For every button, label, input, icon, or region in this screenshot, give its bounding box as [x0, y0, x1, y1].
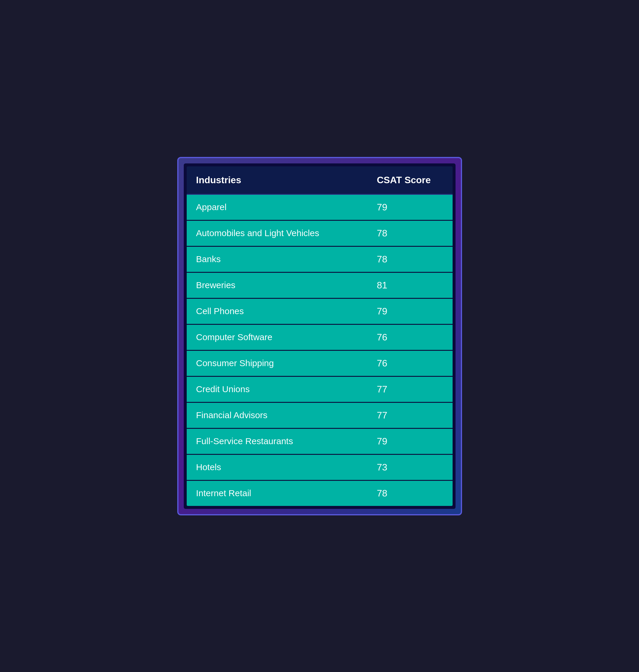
industry-cell: Automobiles and Light Vehicles [187, 220, 368, 246]
table-row: Automobiles and Light Vehicles78 [187, 220, 453, 246]
csat-cell: 79 [368, 428, 453, 454]
csat-cell: 78 [368, 480, 453, 506]
industry-cell: Computer Software [187, 324, 368, 350]
industry-cell: Apparel [187, 194, 368, 220]
csat-cell: 79 [368, 194, 453, 220]
industry-cell: Financial Advisors [187, 402, 368, 428]
table-row: Apparel79 [187, 194, 453, 220]
inner-border: Industries CSAT Score Apparel79Automobil… [184, 164, 455, 509]
industry-header: Industries [187, 166, 368, 195]
table-row: Banks78 [187, 246, 453, 272]
csat-cell: 78 [368, 246, 453, 272]
csat-cell: 81 [368, 272, 453, 298]
csat-header: CSAT Score [368, 166, 453, 195]
csat-cell: 76 [368, 350, 453, 376]
table-row: Computer Software76 [187, 324, 453, 350]
table-row: Consumer Shipping76 [187, 350, 453, 376]
industry-cell: Internet Retail [187, 480, 368, 506]
outer-border: Industries CSAT Score Apparel79Automobil… [177, 157, 462, 515]
table-container: Industries CSAT Score Apparel79Automobil… [187, 166, 453, 506]
table-body: Apparel79Automobiles and Light Vehicles7… [187, 194, 453, 506]
table-header-row: Industries CSAT Score [187, 166, 453, 195]
table-row: Financial Advisors77 [187, 402, 453, 428]
csat-cell: 76 [368, 324, 453, 350]
table-row: Credit Unions77 [187, 376, 453, 402]
csat-cell: 79 [368, 298, 453, 324]
industry-cell: Consumer Shipping [187, 350, 368, 376]
csat-cell: 77 [368, 376, 453, 402]
table-row: Hotels73 [187, 454, 453, 480]
csat-cell: 73 [368, 454, 453, 480]
csat-cell: 77 [368, 402, 453, 428]
industry-cell: Cell Phones [187, 298, 368, 324]
industry-cell: Hotels [187, 454, 368, 480]
industry-cell: Full-Service Restaurants [187, 428, 368, 454]
table-row: Cell Phones79 [187, 298, 453, 324]
csat-cell: 78 [368, 220, 453, 246]
industry-cell: Banks [187, 246, 368, 272]
csat-table: Industries CSAT Score Apparel79Automobil… [187, 166, 453, 506]
table-row: Full-Service Restaurants79 [187, 428, 453, 454]
table-row: Internet Retail78 [187, 480, 453, 506]
industry-cell: Breweries [187, 272, 368, 298]
table-row: Breweries81 [187, 272, 453, 298]
industry-cell: Credit Unions [187, 376, 368, 402]
